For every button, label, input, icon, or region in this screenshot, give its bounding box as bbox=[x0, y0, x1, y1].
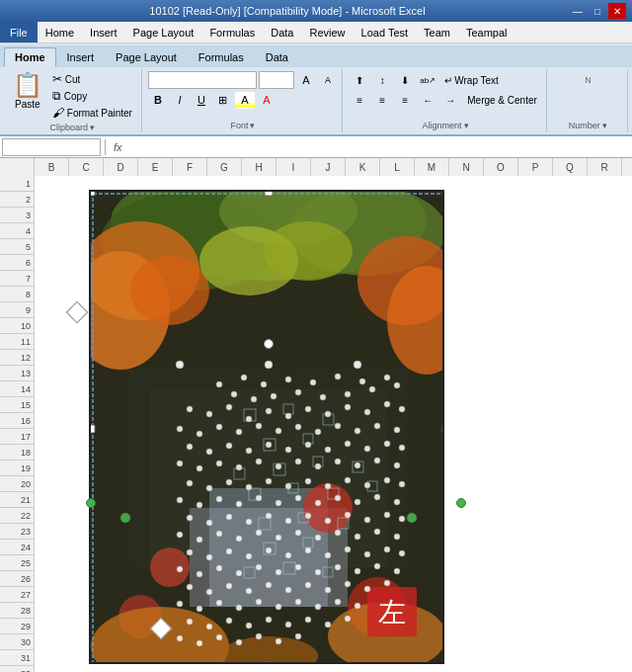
row-21[interactable]: 21 bbox=[0, 492, 34, 508]
row-3[interactable]: 3 bbox=[0, 208, 34, 223]
row-24[interactable]: 24 bbox=[0, 540, 34, 555]
row-14[interactable]: 14 bbox=[0, 381, 34, 397]
insert-menu[interactable]: Insert bbox=[82, 22, 125, 42]
fill-color-button[interactable]: A bbox=[235, 91, 255, 109]
close-button[interactable]: ✕ bbox=[608, 3, 626, 19]
home-menu[interactable]: Home bbox=[38, 22, 82, 42]
col-header-m[interactable]: M bbox=[415, 158, 449, 176]
data-menu[interactable]: Data bbox=[263, 22, 301, 42]
italic-button[interactable]: I bbox=[170, 91, 190, 109]
tab-page-layout[interactable]: Page Layout bbox=[105, 47, 188, 67]
align-top-button[interactable]: ⬆ bbox=[349, 71, 370, 89]
teampal-menu[interactable]: Teampal bbox=[458, 22, 515, 42]
paste-button[interactable]: 📋 Paste bbox=[9, 71, 46, 112]
name-box-input[interactable] bbox=[2, 138, 101, 156]
decrease-indent-button[interactable]: ← bbox=[417, 91, 438, 109]
row-22[interactable]: 22 bbox=[0, 508, 34, 524]
minimize-button[interactable]: — bbox=[569, 3, 587, 19]
row-2[interactable]: 2 bbox=[0, 192, 34, 208]
text-angle-button[interactable]: ab↗ bbox=[417, 71, 438, 89]
row-5[interactable]: 5 bbox=[0, 239, 34, 255]
formulas-menu[interactable]: Formulas bbox=[201, 22, 263, 42]
row-27[interactable]: 27 bbox=[0, 587, 34, 603]
row-19[interactable]: 19 bbox=[0, 461, 34, 476]
format-painter-button[interactable]: 🖌 Format Painter bbox=[48, 105, 136, 121]
row-8[interactable]: 8 bbox=[0, 287, 34, 302]
row-23[interactable]: 23 bbox=[0, 524, 34, 540]
font-color-button[interactable]: A bbox=[257, 91, 276, 109]
wrap-text-button[interactable]: ↵ Wrap Text bbox=[439, 71, 504, 89]
col-header-q[interactable]: Q bbox=[553, 158, 588, 176]
tab-data[interactable]: Data bbox=[255, 47, 299, 67]
row-15[interactable]: 15 bbox=[0, 397, 34, 413]
col-header-k[interactable]: K bbox=[346, 158, 380, 176]
formula-input[interactable] bbox=[128, 138, 630, 156]
row-16[interactable]: 16 bbox=[0, 413, 34, 429]
border-button[interactable]: ⊞ bbox=[213, 91, 233, 109]
review-menu[interactable]: Review bbox=[301, 22, 353, 42]
row-11[interactable]: 11 bbox=[0, 334, 34, 350]
page-layout-menu[interactable]: Page Layout bbox=[125, 22, 202, 42]
copy-button[interactable]: ⧉ Copy bbox=[48, 88, 136, 104]
col-header-f[interactable]: F bbox=[173, 158, 207, 176]
tab-home[interactable]: Home bbox=[4, 47, 56, 67]
row-18[interactable]: 18 bbox=[0, 445, 34, 461]
col-header-p[interactable]: P bbox=[518, 158, 553, 176]
col-header-b[interactable]: B bbox=[35, 158, 69, 176]
row-28[interactable]: 28 bbox=[0, 603, 34, 619]
col-header-d[interactable]: D bbox=[104, 158, 138, 176]
row-29[interactable]: 29 bbox=[0, 619, 34, 634]
row-7[interactable]: 7 bbox=[0, 271, 34, 287]
font-size-input[interactable] bbox=[259, 71, 294, 89]
row-25[interactable]: 25 bbox=[0, 555, 34, 571]
diamond-handle-2[interactable] bbox=[66, 301, 89, 324]
green-handle-left[interactable] bbox=[86, 498, 96, 508]
row-30[interactable]: 30 bbox=[0, 634, 34, 650]
col-header-e[interactable]: E bbox=[138, 158, 173, 176]
col-header-r[interactable]: R bbox=[588, 158, 622, 176]
merge-center-button[interactable]: Merge & Center bbox=[462, 91, 542, 109]
team-menu[interactable]: Team bbox=[416, 22, 458, 42]
row-26[interactable]: 26 bbox=[0, 571, 34, 587]
decrease-font-button[interactable]: A bbox=[318, 71, 338, 89]
bold-button[interactable]: B bbox=[148, 91, 168, 109]
row-9[interactable]: 9 bbox=[0, 302, 34, 318]
tab-formulas[interactable]: Formulas bbox=[188, 47, 255, 67]
row-4[interactable]: 4 bbox=[0, 223, 34, 239]
row-12[interactable]: 12 bbox=[0, 350, 34, 366]
col-header-j[interactable]: J bbox=[311, 158, 346, 176]
col-header-s[interactable]: S bbox=[622, 158, 632, 176]
row-17[interactable]: 17 bbox=[0, 429, 34, 445]
col-header-g[interactable]: G bbox=[207, 158, 242, 176]
file-menu[interactable]: File bbox=[0, 22, 38, 42]
green-handle-right[interactable] bbox=[456, 498, 466, 508]
align-right-button[interactable]: ≡ bbox=[394, 91, 416, 109]
clipboard-expand-icon[interactable]: ▾ bbox=[90, 123, 95, 132]
tab-insert[interactable]: Insert bbox=[56, 47, 106, 67]
underline-button[interactable]: U bbox=[192, 91, 211, 109]
font-name-input[interactable] bbox=[148, 71, 257, 89]
cut-button[interactable]: ✂ Cut bbox=[48, 71, 136, 87]
row-20[interactable]: 20 bbox=[0, 476, 34, 492]
col-header-l[interactable]: L bbox=[380, 158, 415, 176]
col-header-n[interactable]: N bbox=[449, 158, 484, 176]
align-left-button[interactable]: ≡ bbox=[349, 91, 370, 109]
col-header-c[interactable]: C bbox=[69, 158, 104, 176]
col-header-i[interactable]: I bbox=[276, 158, 311, 176]
top-handle[interactable] bbox=[264, 339, 274, 349]
alignment-expand-icon[interactable]: ▾ bbox=[464, 121, 469, 130]
row-10[interactable]: 10 bbox=[0, 318, 34, 334]
row-13[interactable]: 13 bbox=[0, 366, 34, 381]
font-expand-icon[interactable]: ▾ bbox=[250, 121, 255, 130]
row-1[interactable]: 1 bbox=[0, 176, 34, 192]
increase-font-button[interactable]: A bbox=[296, 71, 316, 89]
row-31[interactable]: 31 bbox=[0, 650, 34, 666]
col-header-o[interactable]: O bbox=[484, 158, 518, 176]
align-center-button[interactable]: ≡ bbox=[371, 91, 393, 109]
maximize-button[interactable]: □ bbox=[589, 3, 606, 19]
align-middle-button[interactable]: ↕ bbox=[371, 71, 393, 89]
window-controls[interactable]: — □ ✕ bbox=[569, 3, 626, 19]
align-bottom-button[interactable]: ⬇ bbox=[394, 71, 416, 89]
col-header-h[interactable]: H bbox=[242, 158, 276, 176]
embedded-image[interactable]: 左 bbox=[89, 190, 444, 664]
